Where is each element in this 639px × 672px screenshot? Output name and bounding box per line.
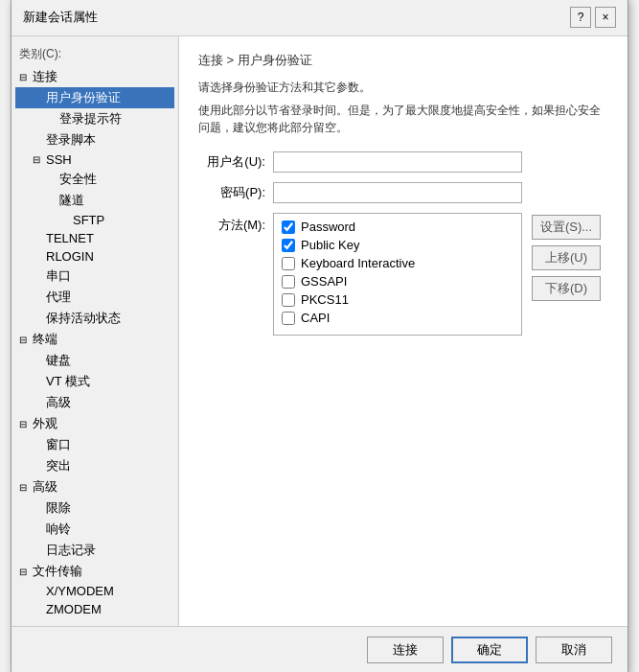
sidebar-item-label-文件传输: 文件传输 <box>33 563 82 580</box>
sidebar-item-label-安全性: 安全性 <box>59 171 97 188</box>
tree-container: ⊟连接用户身份验证登录提示符登录脚本⊟SSH安全性隧道SFTPTELNETRLO… <box>15 66 174 618</box>
sidebar-item-label-ZMODEM: ZMODEM <box>46 602 102 616</box>
sidebar-item-VT模式[interactable]: VT 模式 <box>15 371 174 392</box>
expand-icon-高级2: ⊟ <box>19 482 31 493</box>
sidebar-item-label-隧道: 隧道 <box>59 192 84 209</box>
method-checkbox-pkcs11[interactable] <box>282 293 295 307</box>
sidebar-item-登录脚本[interactable]: 登录脚本 <box>15 129 174 151</box>
password-input[interactable] <box>273 182 522 203</box>
sidebar-item-日志记录[interactable]: 日志记录 <box>15 540 174 561</box>
method-item-capi[interactable]: CAPI <box>282 311 513 325</box>
method-item-pkcs11[interactable]: PKCS11 <box>282 292 513 307</box>
settings-button[interactable]: 设置(S)... <box>532 215 601 240</box>
sidebar-item-连接[interactable]: ⊟连接 <box>15 66 174 87</box>
method-label-password: Password <box>301 220 355 234</box>
help-button[interactable]: ? <box>570 7 591 28</box>
sidebar-item-label-TELNET: TELNET <box>46 231 94 245</box>
movedown-button[interactable]: 下移(D) <box>532 276 601 301</box>
sidebar-item-label-代理: 代理 <box>46 289 71 306</box>
sidebar-item-label-终端: 终端 <box>33 331 57 348</box>
method-label-keyboard: Keyboard Interactive <box>301 256 415 270</box>
expand-icon-外观: ⊟ <box>19 419 31 429</box>
desc-line1: 请选择身份验证方法和其它参数。 <box>198 79 608 96</box>
method-item-keyboard[interactable]: Keyboard Interactive <box>282 256 513 270</box>
expand-icon-文件传输: ⊟ <box>19 567 31 577</box>
expand-icon-终端: ⊟ <box>19 335 31 345</box>
method-item-password[interactable]: Password <box>282 220 513 234</box>
method-checkbox-keyboard[interactable] <box>282 257 295 270</box>
method-label-publickey: Public Key <box>301 238 359 252</box>
close-button[interactable]: × <box>595 7 616 28</box>
method-section: 方法(M): PasswordPublic KeyKeyboard Intera… <box>198 213 608 336</box>
username-input[interactable] <box>273 151 522 173</box>
sidebar-item-键盘[interactable]: 键盘 <box>15 350 174 371</box>
connect-button[interactable]: 连接 <box>367 637 444 663</box>
method-checkbox-password[interactable] <box>282 220 295 234</box>
ok-button[interactable]: 确定 <box>451 637 528 663</box>
username-row: 用户名(U): <box>198 151 608 173</box>
sidebar-item-安全性[interactable]: 安全性 <box>15 169 174 190</box>
sidebar-item-label-窗口: 窗口 <box>46 436 71 453</box>
sidebar-item-终端[interactable]: ⊟终端 <box>15 329 174 350</box>
sidebar: 类别(C): ⊟连接用户身份验证登录提示符登录脚本⊟SSH安全性隧道SFTPTE… <box>11 36 179 626</box>
method-box: PasswordPublic KeyKeyboard InteractiveGS… <box>273 213 522 336</box>
method-checkbox-gssapi[interactable] <box>282 275 295 289</box>
password-row: 密码(P): <box>198 182 608 203</box>
sidebar-item-高级[interactable]: 高级 <box>15 392 174 413</box>
titlebar-buttons: ? × <box>570 7 616 28</box>
expand-icon-SSH: ⊟ <box>33 154 44 165</box>
sidebar-item-限除[interactable]: 限除 <box>15 498 174 519</box>
breadcrumb: 连接 > 用户身份验证 <box>198 52 608 69</box>
sidebar-item-label-日志记录: 日志记录 <box>46 542 96 559</box>
sidebar-item-label-登录脚本: 登录脚本 <box>46 131 96 149</box>
method-item-publickey[interactable]: Public Key <box>282 238 513 252</box>
sidebar-item-X/YMODEM[interactable]: X/YMODEM <box>15 582 174 600</box>
sidebar-item-label-串口: 串口 <box>46 267 71 285</box>
titlebar: 新建会话属性 ? × <box>11 0 628 36</box>
username-label: 用户名(U): <box>198 153 265 171</box>
method-label-capi: CAPI <box>301 311 330 325</box>
sidebar-item-label-高级: 高级 <box>46 394 71 411</box>
sidebar-item-label-X/YMODEM: X/YMODEM <box>46 584 114 598</box>
sidebar-item-响铃[interactable]: 响铃 <box>15 519 174 540</box>
sidebar-item-窗口[interactable]: 窗口 <box>15 434 174 455</box>
sidebar-item-ZMODEM[interactable]: ZMODEM <box>15 600 174 618</box>
sidebar-item-用户身份验证[interactable]: 用户身份验证 <box>15 87 174 108</box>
sidebar-item-label-SSH: SSH <box>46 152 72 167</box>
sidebar-item-SFTP[interactable]: SFTP <box>15 211 174 229</box>
sidebar-item-代理[interactable]: 代理 <box>15 287 174 308</box>
method-label: 方法(M): <box>198 213 265 234</box>
password-label: 密码(P): <box>198 184 265 201</box>
sidebar-item-隧道[interactable]: 隧道 <box>15 190 174 211</box>
sidebar-item-label-限除: 限除 <box>46 499 71 517</box>
method-checkbox-capi[interactable] <box>282 312 295 325</box>
sidebar-item-突出[interactable]: 突出 <box>15 455 174 476</box>
dialog-footer: 连接 确定 取消 <box>11 626 628 672</box>
method-checkbox-publickey[interactable] <box>282 239 295 252</box>
sidebar-item-高级2[interactable]: ⊟高级 <box>15 476 174 498</box>
sidebar-item-label-保持活动状态: 保持活动状态 <box>46 310 121 327</box>
sidebar-item-TELNET[interactable]: TELNET <box>15 229 174 247</box>
method-label-gssapi: GSSAPI <box>301 274 347 289</box>
sidebar-item-label-突出: 突出 <box>46 457 71 475</box>
moveup-button[interactable]: 上移(U) <box>532 245 601 270</box>
dialog: 新建会话属性 ? × 类别(C): ⊟连接用户身份验证登录提示符登录脚本⊟SSH… <box>11 0 628 672</box>
sidebar-item-RLOGIN[interactable]: RLOGIN <box>15 247 174 266</box>
sidebar-item-SSH[interactable]: ⊟SSH <box>15 151 174 169</box>
sidebar-item-登录提示符[interactable]: 登录提示符 <box>15 108 174 129</box>
expand-icon-连接: ⊟ <box>19 72 31 82</box>
sidebar-item-label-高级2: 高级 <box>33 478 57 496</box>
dialog-title: 新建会话属性 <box>23 9 98 26</box>
sidebar-item-文件传输[interactable]: ⊟文件传输 <box>15 561 174 582</box>
category-label: 类别(C): <box>15 44 174 64</box>
method-item-gssapi[interactable]: GSSAPI <box>282 274 513 289</box>
sidebar-item-保持活动状态[interactable]: 保持活动状态 <box>15 308 174 329</box>
sidebar-item-label-响铃: 响铃 <box>46 521 71 538</box>
sidebar-item-串口[interactable]: 串口 <box>15 266 174 287</box>
side-buttons: 设置(S)... 上移(U) 下移(D) <box>532 213 601 301</box>
sidebar-item-外观[interactable]: ⊟外观 <box>15 413 174 434</box>
method-label-pkcs11: PKCS11 <box>301 292 349 307</box>
sidebar-item-label-连接: 连接 <box>33 68 57 85</box>
cancel-button[interactable]: 取消 <box>536 637 612 663</box>
sidebar-item-label-登录提示符: 登录提示符 <box>59 110 122 127</box>
